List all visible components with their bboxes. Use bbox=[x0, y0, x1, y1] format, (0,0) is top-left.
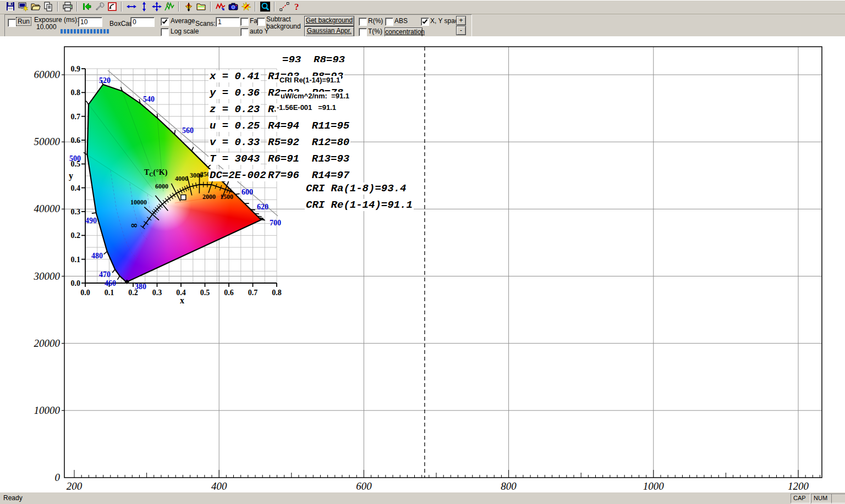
toolbar-separator bbox=[274, 2, 275, 12]
measurement-overlays: x = 0.41y = 0.36z = 0.23u = 0.25v = 0.33… bbox=[0, 36, 845, 492]
zoom-in-button[interactable]: + bbox=[456, 16, 466, 25]
xy-space-checkbox[interactable] bbox=[421, 18, 429, 26]
metric-line-left-2: z = 0.23 bbox=[208, 103, 261, 115]
get-background-button-label: Get background bbox=[306, 16, 353, 24]
caps-lock-indicator: CAP bbox=[791, 494, 810, 503]
metric-line-left-3: u = 0.25 bbox=[208, 120, 261, 132]
metric-line-right-5: R6=91 R13=93 bbox=[267, 153, 350, 165]
scale-x-icon bbox=[126, 1, 137, 12]
zoom-button[interactable] bbox=[259, 1, 271, 13]
save-button[interactable] bbox=[4, 1, 17, 13]
scans-label: Scans: bbox=[195, 20, 216, 27]
metric-line-left-6: DC=2E-002 bbox=[208, 169, 267, 181]
split-view-button[interactable] bbox=[183, 1, 195, 13]
measure-button[interactable] bbox=[278, 1, 290, 13]
import-data-icon bbox=[81, 1, 92, 12]
copy-icon bbox=[43, 1, 54, 12]
exposure-input[interactable] bbox=[78, 17, 102, 27]
auto-y-checkbox[interactable] bbox=[240, 28, 249, 36]
print-button[interactable] bbox=[62, 1, 74, 13]
metric-line-left-1: y = 0.36 bbox=[208, 87, 261, 99]
open-icon bbox=[30, 1, 41, 12]
toolbar-separator bbox=[255, 2, 256, 12]
autoscale-button[interactable]: A bbox=[163, 1, 175, 13]
pan-icon bbox=[151, 1, 162, 12]
overlay-curve-button[interactable] bbox=[215, 1, 227, 13]
scale-x-button[interactable] bbox=[125, 1, 138, 13]
abs-label[interactable]: ABS bbox=[394, 17, 408, 25]
marker-splash-button[interactable] bbox=[240, 1, 252, 13]
status-extra-panel bbox=[831, 494, 845, 503]
log-scale-label[interactable]: Log scale bbox=[171, 27, 199, 35]
transmittance-checkbox[interactable] bbox=[359, 28, 367, 36]
run-label[interactable]: Run bbox=[16, 17, 31, 26]
boxcar-input[interactable] bbox=[130, 17, 155, 27]
gaussian-approx-button-label: Gaussian Appr. bbox=[307, 27, 352, 35]
capture-frame-button[interactable] bbox=[106, 1, 118, 13]
metric-line-left-5: T = 3043 bbox=[208, 153, 261, 165]
setup-button[interactable] bbox=[94, 1, 106, 13]
main-toolbar: A? bbox=[0, 0, 845, 14]
measure-icon bbox=[279, 1, 290, 12]
metric-line-right-3: R4=94 R11=95 bbox=[267, 120, 350, 132]
open-button[interactable] bbox=[30, 1, 42, 13]
checkmark-icon bbox=[162, 19, 168, 25]
average-label[interactable]: Average bbox=[171, 17, 195, 25]
transmittance-label[interactable]: T(%) bbox=[368, 27, 382, 35]
toolbar-separator bbox=[76, 2, 78, 12]
subtract-background-label-line1[interactable]: Subtract bbox=[266, 15, 291, 23]
setup-icon bbox=[94, 1, 105, 12]
toolbar-separator bbox=[57, 2, 58, 12]
acquisition-toolbar: Run Exposure (ms): 10.000 BoxCar: Averag… bbox=[0, 14, 845, 37]
layers-icon bbox=[196, 1, 207, 12]
fast-checkbox[interactable] bbox=[240, 18, 249, 26]
clipped-text-fragment: =93 R8=93 bbox=[282, 55, 348, 62]
split-view-icon bbox=[183, 1, 194, 12]
cri-summary-line-0: CRI Ra(1-8)=93.4 bbox=[305, 182, 407, 195]
acquire-display-button[interactable] bbox=[17, 1, 29, 13]
boxcar-label: BoxCar: bbox=[109, 20, 133, 27]
svg-text:?: ? bbox=[294, 2, 299, 12]
subtract-background-checkbox[interactable] bbox=[257, 18, 265, 26]
reflectance-checkbox[interactable] bbox=[359, 18, 367, 26]
camera-icon bbox=[228, 1, 239, 12]
scans-input[interactable] bbox=[216, 17, 240, 27]
camera-button[interactable] bbox=[227, 1, 239, 13]
metric-line-right-6: R7=96 R14=97 bbox=[267, 169, 350, 181]
autoscale-icon: A bbox=[164, 1, 175, 12]
overlay-artifact-1: uW/cm^2/nm: =91.1 bbox=[279, 92, 350, 101]
gaussian-approx-button[interactable]: Gaussian Appr. bbox=[304, 26, 354, 37]
exposure-progressbar bbox=[61, 29, 110, 34]
import-data-button[interactable] bbox=[81, 1, 93, 13]
metric-line-left-4: v = 0.33 bbox=[208, 136, 261, 148]
layers-button[interactable] bbox=[195, 1, 207, 13]
concentration-button-label: concentration bbox=[385, 28, 425, 36]
num-lock-indicator: NUM bbox=[811, 494, 832, 503]
average-checkbox[interactable] bbox=[161, 18, 169, 26]
print-icon bbox=[62, 1, 73, 12]
reflectance-label[interactable]: R(%) bbox=[368, 17, 383, 25]
toolbar-separator bbox=[178, 2, 179, 12]
overlay-artifact-2: -1.56E-001 =91.1 bbox=[276, 103, 337, 112]
zoom-out-button[interactable]: - bbox=[456, 26, 466, 35]
log-scale-checkbox[interactable] bbox=[161, 28, 169, 36]
svg-text:A: A bbox=[166, 1, 170, 7]
help-button[interactable]: ? bbox=[291, 1, 303, 13]
acquire-display-icon bbox=[18, 1, 29, 12]
get-background-button[interactable]: Get background bbox=[304, 16, 354, 26]
plot-client-area: 2004006008001000120001000020000300004000… bbox=[0, 36, 845, 492]
subtract-background-label-line2[interactable]: background bbox=[266, 23, 301, 30]
run-checkbox[interactable] bbox=[8, 19, 16, 27]
metric-line-right-4: R5=92 R12=80 bbox=[267, 136, 350, 148]
scale-y-icon bbox=[139, 1, 150, 12]
copy-button[interactable] bbox=[42, 1, 54, 13]
marker-splash-icon bbox=[240, 1, 251, 12]
pan-button[interactable] bbox=[151, 1, 163, 13]
checkmark-icon bbox=[422, 19, 428, 25]
toolbar-separator bbox=[210, 2, 211, 12]
abs-checkbox[interactable] bbox=[385, 18, 393, 26]
cri-summary-line-1: CRI Re(1-14)=91.1 bbox=[305, 199, 414, 211]
overlay-curve-icon bbox=[215, 1, 226, 12]
toolbar-separator bbox=[121, 2, 122, 12]
scale-y-button[interactable] bbox=[138, 1, 150, 13]
